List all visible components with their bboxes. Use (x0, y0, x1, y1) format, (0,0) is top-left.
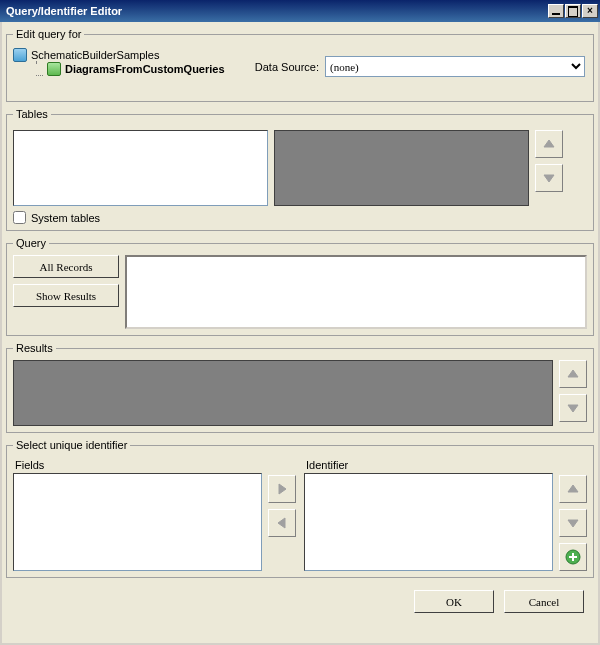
tables-selected-list[interactable] (274, 130, 529, 206)
table-move-up-button[interactable] (535, 130, 563, 158)
arrow-down-icon (566, 401, 580, 415)
add-identifier-button[interactable] (268, 475, 296, 503)
dialog-footer: OK Cancel (6, 584, 594, 619)
results-group: Results (6, 342, 594, 433)
window-body: Edit query for SchematicBuilderSamples D… (0, 22, 600, 645)
cancel-button[interactable]: Cancel (504, 590, 584, 613)
data-source-label: Data Source: (255, 61, 319, 73)
identifier-list[interactable] (304, 473, 553, 571)
tree-child-label: DiagramsFromCustomQueries (65, 63, 225, 75)
arrow-up-icon (542, 137, 556, 151)
remove-identifier-button[interactable] (268, 509, 296, 537)
titlebar: Query/Identifier Editor × (0, 0, 600, 22)
arrow-right-icon (275, 482, 289, 496)
tree-root-label: SchematicBuilderSamples (31, 49, 159, 61)
edit-query-group: Edit query for SchematicBuilderSamples D… (6, 28, 594, 102)
results-legend: Results (13, 342, 56, 354)
close-button[interactable]: × (582, 4, 598, 18)
select-identifier-legend: Select unique identifier (13, 439, 130, 451)
minimize-button[interactable] (548, 4, 564, 18)
fields-list[interactable] (13, 473, 262, 571)
all-records-button[interactable]: All Records (13, 255, 119, 278)
tree-child[interactable]: DiagramsFromCustomQueries (31, 62, 225, 76)
ok-button[interactable]: OK (414, 590, 494, 613)
query-textarea[interactable] (125, 255, 587, 329)
system-tables-checkbox[interactable] (13, 211, 26, 224)
fields-label: Fields (15, 459, 262, 471)
results-move-down-button[interactable] (559, 394, 587, 422)
arrow-down-icon (566, 516, 580, 530)
select-identifier-group: Select unique identifier Fields Identifi… (6, 439, 594, 578)
identifier-add-button[interactable] (559, 543, 587, 571)
schema-tree: SchematicBuilderSamples DiagramsFromCust… (13, 46, 225, 76)
edit-query-legend: Edit query for (13, 28, 84, 40)
add-icon (565, 549, 581, 565)
query-legend: Query (13, 237, 49, 249)
query-group: Query All Records Show Results (6, 237, 594, 336)
arrow-up-icon (566, 482, 580, 496)
tables-legend: Tables (13, 108, 51, 120)
table-move-down-button[interactable] (535, 164, 563, 192)
svg-rect-2 (569, 556, 577, 558)
window-controls: × (548, 4, 598, 18)
identifier-move-up-button[interactable] (559, 475, 587, 503)
arrow-up-icon (566, 367, 580, 381)
maximize-button[interactable] (565, 4, 581, 18)
show-results-button[interactable]: Show Results (13, 284, 119, 307)
results-grid[interactable] (13, 360, 553, 426)
identifier-move-down-button[interactable] (559, 509, 587, 537)
diagram-icon (47, 62, 61, 76)
tables-group: Tables System tables (6, 108, 594, 231)
database-icon (13, 48, 27, 62)
tree-root[interactable]: SchematicBuilderSamples (13, 48, 225, 62)
system-tables-label: System tables (31, 212, 100, 224)
arrow-left-icon (275, 516, 289, 530)
results-move-up-button[interactable] (559, 360, 587, 388)
tables-available-list[interactable] (13, 130, 268, 206)
window-title: Query/Identifier Editor (6, 5, 548, 17)
identifier-label: Identifier (306, 459, 553, 471)
data-source-select[interactable]: (none) (325, 56, 585, 77)
arrow-down-icon (542, 171, 556, 185)
